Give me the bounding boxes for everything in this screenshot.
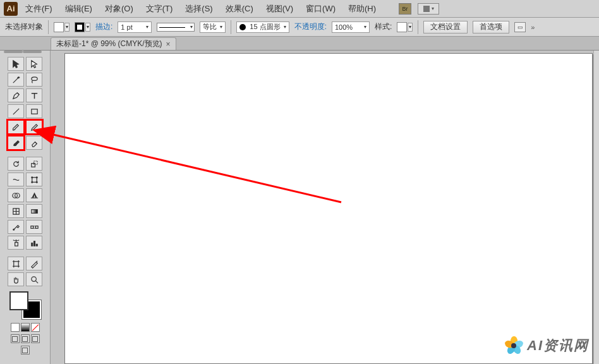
tool-selection[interactable] — [8, 57, 24, 71]
menu-file[interactable]: 文件(F) — [20, 2, 57, 16]
tool-pen[interactable] — [8, 88, 24, 102]
screen-mode-button[interactable] — [21, 346, 30, 355]
tool-free-transform[interactable] — [26, 173, 42, 186]
tool-slice[interactable] — [26, 257, 42, 270]
tool-shape-builder[interactable] — [8, 188, 24, 202]
menu-window[interactable]: 窗口(W) — [301, 2, 341, 16]
svg-point-24 — [31, 276, 36, 281]
opacity-value: 100% — [335, 23, 353, 31]
expand-controlbar-icon[interactable]: » — [531, 23, 535, 31]
stroke-label[interactable]: 描边: — [95, 21, 112, 32]
scale-mode-select[interactable]: 等比 — [200, 21, 226, 33]
svg-rect-19 — [15, 242, 18, 246]
tool-blob-brush[interactable] — [8, 136, 24, 150]
tool-scale[interactable] — [26, 157, 42, 171]
tool-eraser[interactable] — [26, 136, 42, 150]
tool-rectangle[interactable] — [26, 104, 42, 118]
svg-point-0 — [18, 76, 19, 78]
stroke-dropdown-icon[interactable]: ▾ — [85, 23, 90, 32]
preferences-button[interactable]: 首选项 — [473, 21, 509, 33]
svg-rect-18 — [33, 226, 35, 228]
menu-help[interactable]: 帮助(H) — [343, 2, 381, 16]
svg-rect-23 — [13, 261, 18, 266]
opacity-label[interactable]: 不透明度: — [294, 21, 327, 32]
tool-type[interactable] — [26, 88, 42, 102]
tool-direct-selection[interactable] — [26, 57, 42, 71]
fill-dropdown-icon[interactable]: ▾ — [64, 23, 70, 32]
color-mode-gradient[interactable] — [21, 323, 30, 332]
draw-mode-behind[interactable] — [21, 334, 30, 343]
stroke-weight-input[interactable]: 1 pt — [118, 21, 152, 33]
stroke-color-swatch[interactable] — [75, 22, 85, 32]
screen-mode-row — [4, 334, 46, 343]
tool-zoom[interactable] — [26, 272, 42, 286]
fill-color-swatch[interactable] — [54, 22, 64, 32]
svg-point-15 — [13, 229, 14, 230]
color-mode-solid[interactable] — [11, 323, 20, 332]
menubar: Ai 文件(F) 编辑(E) 对象(O) 文字(T) 选择(S) 效果(C) 视… — [0, 0, 599, 18]
brush-value: 15 点圆形 — [250, 22, 280, 32]
menu-edit[interactable]: 编辑(E) — [60, 2, 97, 16]
brush-select[interactable]: 15 点圆形 — [236, 21, 289, 33]
selection-status: 未选择对象 — [5, 21, 43, 32]
tool-perspective-grid[interactable] — [26, 188, 42, 202]
tool-width[interactable] — [8, 173, 24, 186]
tool-magic-wand[interactable] — [8, 73, 24, 87]
draw-mode-normal[interactable] — [11, 334, 20, 343]
color-mode-row — [4, 323, 46, 332]
tool-line-segment[interactable] — [8, 104, 24, 118]
style-dropdown-icon[interactable]: ▾ — [408, 23, 413, 32]
foreground-color[interactable] — [9, 291, 28, 310]
tool-blend[interactable] — [26, 220, 42, 234]
tool-panel — [0, 51, 51, 364]
svg-line-2 — [13, 108, 18, 114]
close-tab-icon[interactable] — [166, 40, 171, 49]
watermark-logo-icon — [504, 336, 523, 355]
color-mode-none[interactable] — [31, 323, 40, 332]
opacity-input[interactable]: 100% — [332, 21, 370, 33]
document-tab[interactable]: 未标题-1* @ 99% (CMYK/预览) — [51, 37, 176, 50]
stroke-swatch-group[interactable]: ▾ — [75, 22, 90, 32]
menu-type[interactable]: 文字(T) — [141, 2, 178, 16]
watermark: AI资讯网 — [504, 336, 589, 355]
document-setup-button[interactable]: 文档设置 — [423, 21, 468, 33]
tool-hand[interactable] — [8, 272, 24, 286]
tool-artboard[interactable] — [8, 257, 24, 270]
tool-rotate[interactable] — [8, 157, 24, 171]
bridge-button[interactable]: Br — [399, 3, 411, 15]
app-logo: Ai — [4, 2, 18, 16]
tool-column-graph[interactable] — [26, 236, 42, 250]
control-bar: 未选择对象 ▾ ▾ 描边: 1 pt 等比 15 点圆形 不透明度: 100% … — [0, 18, 599, 37]
svg-line-25 — [35, 281, 38, 283]
align-to-button[interactable]: ▭ — [514, 22, 526, 32]
vertical-scrollbar[interactable] — [593, 51, 599, 364]
tool-symbol-sprayer[interactable] — [8, 236, 24, 250]
menu-effect[interactable]: 效果(C) — [221, 2, 258, 16]
screen-mode2-row — [4, 346, 46, 355]
stroke-weight-value: 1 pt — [121, 23, 132, 31]
watermark-text: AI资讯网 — [527, 336, 589, 355]
canvas-area[interactable] — [51, 51, 599, 364]
divider — [418, 20, 418, 34]
svg-rect-14 — [31, 209, 37, 213]
menu-object[interactable]: 对象(O) — [100, 2, 138, 16]
tool-paintbrush[interactable] — [8, 120, 24, 134]
tool-pencil[interactable] — [26, 120, 42, 134]
panel-grip-icon[interactable] — [4, 51, 23, 53]
menu-select[interactable]: 选择(S) — [180, 2, 217, 16]
graphic-style-swatch[interactable] — [397, 22, 407, 32]
menu-view[interactable]: 视图(V) — [261, 2, 298, 16]
svg-rect-20 — [31, 243, 32, 246]
tool-gradient[interactable] — [26, 204, 42, 218]
stroke-profile-select[interactable] — [157, 23, 195, 32]
graphic-style-select[interactable]: ▾ — [397, 22, 413, 32]
fill-swatch-group[interactable]: ▾ — [54, 22, 70, 32]
workspace-switcher[interactable] — [418, 3, 439, 15]
svg-point-9 — [31, 181, 32, 183]
tool-eyedropper[interactable] — [8, 220, 24, 234]
tool-lasso[interactable] — [26, 73, 42, 87]
fill-stroke-picker[interactable] — [8, 290, 42, 320]
tool-mesh[interactable] — [8, 204, 24, 218]
draw-mode-inside[interactable] — [31, 334, 40, 343]
artboard[interactable] — [64, 53, 593, 364]
